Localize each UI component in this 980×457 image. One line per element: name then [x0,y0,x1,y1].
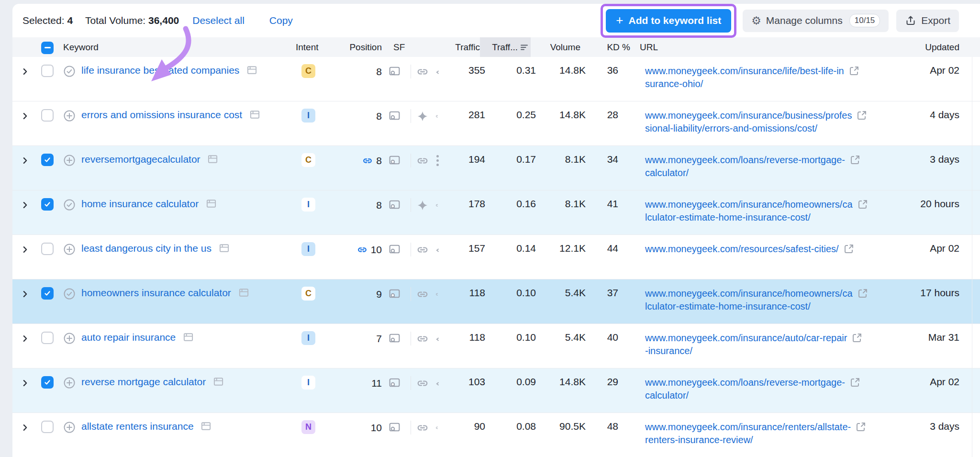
url-link-line2[interactable]: sional-liability/errors-and-omissions/co… [645,123,817,134]
check-circle-icon[interactable] [63,287,81,302]
url-link[interactable]: www.moneygeek.com/loans/reverse-mortgage… [645,155,845,165]
serp-window-icon[interactable] [249,109,260,120]
column-header-keyword[interactable]: Keyword [63,42,296,53]
expand-chevron-icon[interactable] [21,243,41,256]
keyword-link[interactable]: allstate renters insurance [81,421,194,432]
check-circle-icon[interactable] [63,198,81,213]
column-header-sf[interactable]: SF [382,42,452,53]
row-checkbox[interactable] [41,376,54,389]
column-header-updated[interactable]: Updated [891,42,959,53]
url-link[interactable]: www.moneygeek.com/insurance/business/pro… [645,110,852,121]
check-circle-icon[interactable] [63,65,81,80]
serp-preview-icon[interactable] [388,332,401,345]
deselect-all-button[interactable]: Deselect all [192,15,245,26]
intent-cell: N [296,421,334,434]
external-link-icon[interactable] [851,332,863,344]
expand-chevron-icon[interactable] [21,65,41,78]
plus-circle-icon[interactable] [63,243,81,258]
url-link-line2[interactable]: surance-ohio/ [645,78,703,89]
expand-chevron-icon[interactable] [21,376,41,390]
serp-preview-icon[interactable] [388,288,401,301]
serp-window-icon[interactable] [238,287,249,298]
plus-circle-icon[interactable] [63,421,81,436]
url-link[interactable]: www.moneygeek.com/insurance/life/best-li… [645,66,844,76]
serp-window-icon[interactable] [213,376,224,387]
serp-preview-icon[interactable] [388,421,401,434]
expand-chevron-icon[interactable] [21,154,41,167]
url-link[interactable]: www.moneygeek.com/insurance/renters/alls… [645,422,851,432]
column-header-volume[interactable]: Volume [531,42,580,53]
external-link-icon[interactable] [856,110,868,121]
expand-chevron-icon[interactable] [21,421,41,434]
row-checkbox[interactable] [41,154,54,166]
plus-circle-icon[interactable] [63,376,81,391]
serp-window-icon[interactable] [207,154,218,165]
row-checkbox[interactable] [41,287,54,300]
url-link-line2[interactable]: renters-insurance-review/ [645,435,753,445]
serp-window-icon[interactable] [219,243,230,254]
row-checkbox[interactable] [41,243,54,255]
url-link-line2[interactable]: calculator/ [645,390,689,401]
keyword-link[interactable]: auto repair insurance [81,332,176,343]
serp-preview-icon[interactable] [388,199,401,212]
url-link[interactable]: www.moneygeek.com/insurance/homeowners/c… [645,199,853,210]
url-link[interactable]: www.moneygeek.com/loans/reverse-mortgage… [645,377,845,388]
serp-window-icon[interactable] [183,332,194,343]
expand-chevron-icon[interactable] [21,332,41,345]
column-header-intent[interactable]: Intent [296,42,334,53]
url-link-line2[interactable]: calculator/ [645,167,689,178]
keyword-link[interactable]: errors and omissions insurance cost [81,109,242,120]
column-header-position[interactable]: Position [334,42,382,53]
row-checkbox[interactable] [41,332,54,344]
keyword-link[interactable]: reverse mortgage calculator [81,376,206,387]
link-icon [416,288,429,301]
url-link-line2[interactable]: lculator-estimate-home-insurance-cost/ [645,301,811,312]
row-checkbox[interactable] [41,109,54,122]
url-link-line2[interactable]: lculator-estimate-home-insurance-cost/ [645,212,811,223]
serp-preview-icon[interactable] [388,110,401,123]
column-header-url[interactable]: URL [640,42,891,53]
traffic-value: 118 [457,332,485,343]
external-link-icon[interactable] [848,65,860,77]
select-all-checkbox[interactable] [41,42,54,54]
serp-preview-icon[interactable] [388,154,401,167]
manage-columns-button[interactable]: ⚙ Manage columns 10/15 [743,10,889,32]
external-link-icon[interactable] [849,154,861,166]
url-link[interactable]: www.moneygeek.com/insurance/homeowners/c… [645,288,853,299]
serp-preview-icon[interactable] [388,243,401,256]
plus-circle-icon[interactable] [63,154,81,169]
serp-window-icon[interactable] [200,421,212,432]
row-checkbox[interactable] [41,198,54,211]
expand-chevron-icon[interactable] [21,287,41,301]
column-header-kd[interactable]: KD % [580,42,630,53]
serp-window-icon[interactable] [206,198,217,209]
export-button[interactable]: Export [896,10,959,32]
keyword-link[interactable]: home insurance calculator [81,198,199,209]
column-header-traffic-pct[interactable]: Traff... [480,37,531,57]
external-link-icon[interactable] [843,243,855,255]
external-link-icon[interactable] [857,288,869,299]
serp-preview-icon[interactable] [388,65,401,78]
url-link[interactable]: www.moneygeek.com/insurance/auto/car-rep… [645,333,847,343]
copy-button[interactable]: Copy [269,15,293,26]
external-link-icon[interactable] [855,421,867,433]
keyword-link[interactable]: homeowners insurance calculator [81,287,231,298]
kd-dot-cell [618,154,635,165]
keyword-link[interactable]: least dangerous city in the us [81,243,212,254]
keyword-link[interactable]: reversemortgagecalculator [81,154,200,165]
plus-circle-icon[interactable] [63,109,81,124]
url-link[interactable]: www.moneygeek.com/resources/safest-citie… [645,244,839,254]
expand-chevron-icon[interactable] [21,198,41,212]
external-link-icon[interactable] [857,199,869,210]
serp-preview-icon[interactable] [388,377,401,390]
external-link-icon[interactable] [849,377,861,388]
row-checkbox[interactable] [41,421,54,433]
keyword-link[interactable]: life insurance best rated companies [81,65,239,76]
plus-circle-icon[interactable] [63,332,81,347]
add-to-keyword-list-button[interactable]: + Add to keyword list [606,9,731,33]
url-link-line2[interactable]: -insurance/ [645,346,692,356]
expand-chevron-icon[interactable] [21,109,41,123]
column-header-traffic[interactable]: Traffic [452,42,480,53]
serp-window-icon[interactable] [246,65,257,76]
row-checkbox[interactable] [41,65,54,77]
